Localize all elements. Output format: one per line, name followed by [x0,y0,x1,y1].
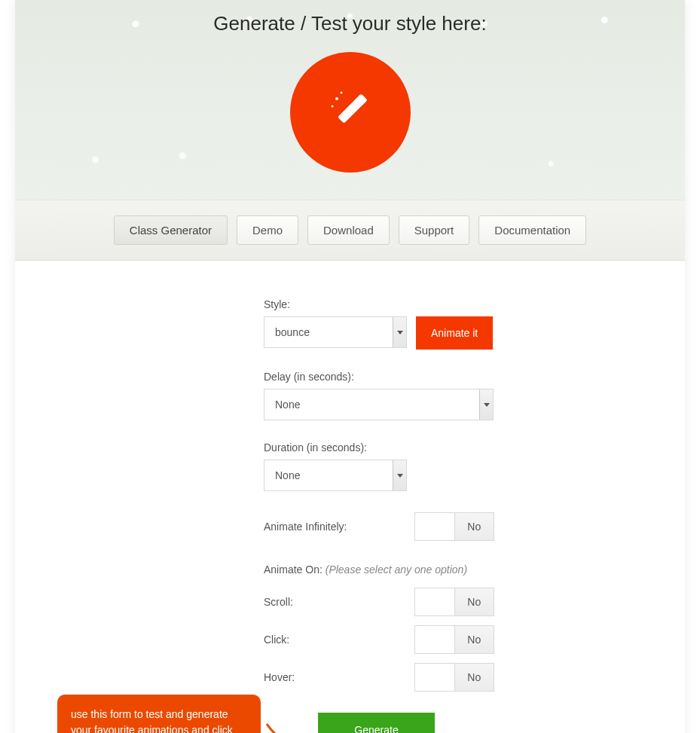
infinite-label: Animate Infinitely: [264,521,399,533]
animate-it-button[interactable]: Animate it [416,316,493,350]
chevron-down-icon [479,389,493,420]
help-tooltip: use this form to test and generate your … [57,695,261,733]
generator-form: Style: bounce Animate it Delay (in secon… [15,261,685,733]
hero-banner: Generate / Test your style here: [15,0,685,200]
chevron-down-icon [393,460,406,490]
chevron-down-icon [393,317,406,347]
scroll-toggle[interactable]: No [414,588,494,616]
nav-demo[interactable]: Demo [237,215,298,245]
delay-label: Delay (in seconds): [264,371,640,383]
animate-on-label: Animate On: (Please select any one optio… [264,563,640,576]
arrow-icon [265,721,310,733]
delay-value: None [264,399,479,411]
scroll-value: No [454,588,494,615]
nav-download[interactable]: Download [307,215,390,245]
nav-bar: Class Generator Demo Download Support Do… [15,200,685,261]
hero-title: Generate / Test your style here: [15,0,685,35]
animate-on-text: Animate On: [264,563,322,576]
duration-select[interactable]: None [264,460,407,491]
style-label: Style: [264,298,640,310]
infinite-value: No [454,513,494,540]
nav-class-generator[interactable]: Class Generator [114,215,228,245]
click-value: No [454,626,494,653]
magic-wand-icon [326,87,374,138]
duration-value: None [264,469,393,481]
svg-point-4 [331,105,333,108]
click-toggle[interactable]: No [414,625,494,654]
hover-label: Hover: [264,671,399,683]
svg-point-2 [335,97,338,100]
style-select[interactable]: bounce [264,316,407,348]
nav-support[interactable]: Support [399,215,470,245]
nav-documentation[interactable]: Documentation [478,215,586,245]
wand-circle [290,52,411,173]
click-label: Click: [264,634,399,646]
style-value: bounce [264,326,393,338]
delay-select[interactable]: None [264,389,494,420]
hover-toggle[interactable]: No [414,663,494,692]
animate-on-hint: (Please select any one option) [326,563,467,576]
hover-value: No [454,664,494,691]
infinite-toggle[interactable]: No [414,512,494,541]
svg-point-3 [340,92,342,94]
duration-label: Duration (in seconds): [264,441,640,454]
generate-button[interactable]: Generate [318,713,435,733]
scroll-label: Scroll: [264,596,399,608]
